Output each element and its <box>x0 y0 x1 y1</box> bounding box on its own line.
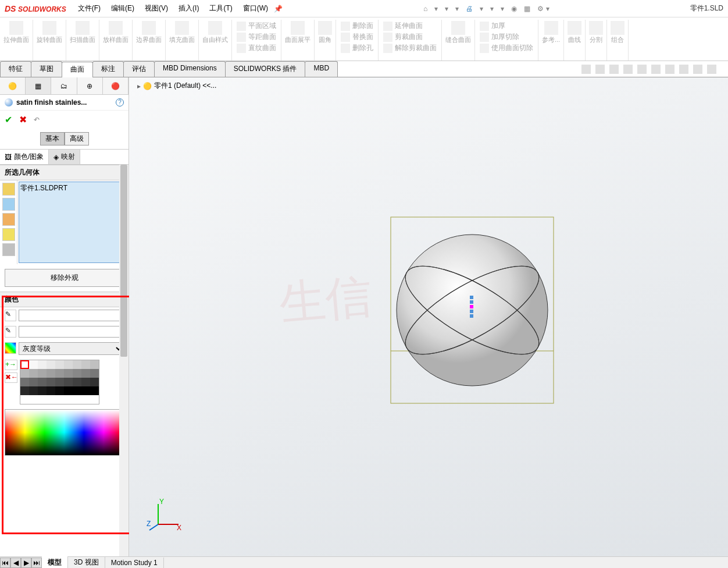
ribbon-extrude[interactable]: 拉伸曲面 <box>0 20 33 61</box>
ribbon-flatten[interactable]: 曲面展平 <box>281 20 315 61</box>
ribbon-planar[interactable]: 平面区域 <box>237 21 276 31</box>
view-orient-icon[interactable] <box>637 65 647 74</box>
ribbon-fill[interactable]: 填充曲面 <box>166 20 199 61</box>
view-triad[interactable]: Y X Z <box>147 498 181 533</box>
ok-button[interactable]: ✔ <box>5 114 12 125</box>
grayscale-palette[interactable] <box>20 360 99 404</box>
palette-select[interactable]: 灰度等级 <box>19 342 124 355</box>
ribbon-extend[interactable]: 延伸曲面 <box>383 21 423 31</box>
ribbon-freeform[interactable]: 自由样式 <box>199 20 232 61</box>
filter-part-icon[interactable] <box>2 183 15 196</box>
eyedropper-icon[interactable]: ✎ <box>5 326 16 338</box>
tab-mbddim[interactable]: MBD Dimensions <box>154 61 226 77</box>
gear-icon[interactable]: ⚙ ▾ <box>537 5 549 13</box>
ribbon-offset[interactable]: 等距曲面 <box>237 32 276 42</box>
open-icon[interactable]: ▾ <box>445 5 448 13</box>
remove-color-button[interactable]: ✖← <box>5 372 17 383</box>
palette-icon[interactable] <box>5 342 16 354</box>
rebuild-icon[interactable]: ↶ <box>34 116 40 124</box>
breadcrumb-text[interactable]: 零件1 (Default) <<... <box>154 81 216 91</box>
save-icon[interactable]: ▾ <box>455 5 459 13</box>
filter-face-icon[interactable] <box>2 213 15 226</box>
rebuild-icon[interactable]: ◉ <box>511 5 517 13</box>
color-spectrum[interactable] <box>5 409 124 456</box>
ribbon-deleteface[interactable]: 删除面 <box>341 21 373 31</box>
filter-body-icon[interactable] <box>2 198 15 211</box>
menu-file[interactable]: 文件(F) <box>78 3 101 13</box>
secondary-color-swatch[interactable] <box>19 326 124 338</box>
remove-appearance-button[interactable]: 移除外观 <box>5 269 124 287</box>
select-icon[interactable]: ▾ <box>501 5 504 13</box>
eyedropper-icon[interactable]: ✎ <box>5 310 16 321</box>
bottom-tab-model[interactable]: 模型 <box>42 556 68 568</box>
bottom-tab-motion[interactable]: Motion Study 1 <box>105 558 164 568</box>
menu-insert[interactable]: 插入(I) <box>179 3 199 13</box>
nav-last-icon[interactable]: ⏭ <box>31 558 42 568</box>
section-icon[interactable] <box>623 65 633 74</box>
ribbon-fillet[interactable]: 圆角 <box>315 20 336 61</box>
display-style-icon[interactable] <box>651 65 661 74</box>
mode-basic-button[interactable]: 基本 <box>40 132 65 145</box>
subtab-color[interactable]: 🖼 颜色/图象 <box>0 150 49 164</box>
section-geometry[interactable]: 所选几何体˄ <box>0 165 129 180</box>
ribbon-revolve[interactable]: 旋转曲面 <box>33 20 66 61</box>
home-icon[interactable]: ⌂ <box>423 5 427 13</box>
ribbon-ref[interactable]: 参考... <box>538 20 564 61</box>
new-icon[interactable]: ▾ <box>434 5 438 13</box>
ribbon-thicken[interactable]: 加厚 <box>480 21 505 31</box>
ribbon-boundary[interactable]: 边界曲面 <box>133 20 166 61</box>
ribbon-split[interactable]: 分割 <box>586 20 607 61</box>
ribbon-ruled[interactable]: 直纹曲面 <box>237 43 276 53</box>
list-item[interactable]: 零件1.SLDPRT <box>20 183 126 193</box>
ribbon-deletehole[interactable]: 删除孔 <box>341 43 373 53</box>
model-sphere[interactable] <box>385 211 559 409</box>
ribbon-untrim[interactable]: 解除剪裁曲面 <box>383 43 437 53</box>
mode-advanced-button[interactable]: 高级 <box>65 132 89 145</box>
tab-features[interactable]: 特征 <box>0 61 31 77</box>
view-settings-icon[interactable] <box>707 65 716 74</box>
redo-icon[interactable]: ▾ <box>490 5 494 13</box>
ribbon-thickencut[interactable]: 加厚切除 <box>480 32 519 42</box>
tab-sketch[interactable]: 草图 <box>31 61 62 77</box>
filter-feature-icon[interactable] <box>2 243 15 256</box>
ribbon-combine[interactable]: 组合 <box>607 20 629 61</box>
tab-annotate[interactable]: 标注 <box>92 61 124 77</box>
tab-evaluate[interactable]: 评估 <box>123 61 155 77</box>
ribbon-curves[interactable]: 曲线 <box>564 20 586 61</box>
undo-icon[interactable]: ▾ <box>480 5 483 13</box>
tab-feature-tree-icon[interactable]: 🟡 <box>0 77 26 94</box>
nav-first-icon[interactable]: ⏮ <box>0 558 10 568</box>
tab-addins[interactable]: SOLIDWORKS 插件 <box>225 61 306 77</box>
filter-surface-icon[interactable] <box>2 228 15 241</box>
tab-surface[interactable]: 曲面 <box>62 62 93 77</box>
tab-dimxpert-icon[interactable]: ⊕ <box>77 77 103 94</box>
selection-list[interactable]: 零件1.SLDPRT <box>19 182 127 263</box>
bottom-tab-3dview[interactable]: 3D 视图 <box>68 556 105 568</box>
menu-tools[interactable]: 工具(T) <box>209 3 232 13</box>
ribbon-trim[interactable]: 剪裁曲面 <box>383 32 423 42</box>
help-icon[interactable]: ? <box>116 98 124 106</box>
ribbon-sweep[interactable]: 扫描曲面 <box>66 20 99 61</box>
expand-icon[interactable]: ▸ <box>137 82 141 90</box>
tab-appearance-icon[interactable]: 🔴 <box>103 77 129 94</box>
zoom-area-icon[interactable] <box>595 65 605 74</box>
nav-prev-icon[interactable]: ◀ <box>10 558 21 568</box>
menu-view[interactable]: 视图(V) <box>145 3 168 13</box>
ribbon-knit[interactable]: 缝合曲面 <box>442 20 475 61</box>
primary-color-swatch[interactable] <box>19 310 124 321</box>
nav-next-icon[interactable]: ▶ <box>21 558 31 568</box>
cancel-button[interactable]: ✖ <box>19 114 27 125</box>
menu-edit[interactable]: 编辑(E) <box>111 3 134 13</box>
appearance-icon[interactable] <box>679 65 688 74</box>
tab-config-icon[interactable]: 🗂 <box>51 77 77 94</box>
options-icon[interactable]: ▦ <box>524 5 530 13</box>
subtab-mapping[interactable]: ◈ 映射 <box>49 150 80 164</box>
add-color-button[interactable]: +→ <box>5 360 17 370</box>
section-color[interactable]: 颜色˄ <box>0 292 129 307</box>
3d-viewport[interactable]: ▸ 🟡 零件1 (Default) <<... 生信 Y X Z <box>129 77 728 556</box>
panel-scrollbar[interactable] <box>119 165 129 556</box>
scene-icon[interactable] <box>693 65 702 74</box>
zoom-fit-icon[interactable] <box>581 65 591 74</box>
print-icon[interactable]: 🖨 <box>466 5 473 13</box>
pin-icon[interactable]: 📌 <box>274 5 283 13</box>
